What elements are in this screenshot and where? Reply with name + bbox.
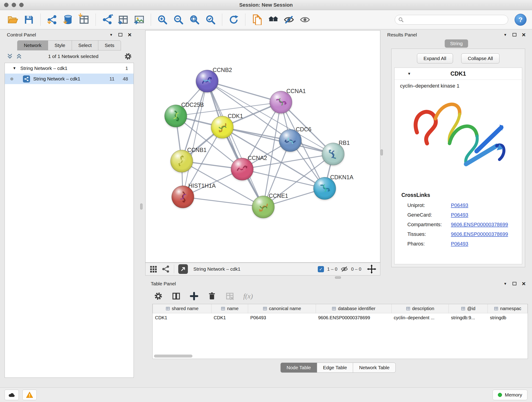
close-panel-icon[interactable]: × bbox=[128, 32, 132, 37]
close-panel-icon[interactable]: × bbox=[522, 281, 526, 286]
tab-sets[interactable]: Sets bbox=[98, 40, 121, 51]
network-view-title: String Network – cdk1 bbox=[193, 266, 240, 272]
collapse-all-button[interactable]: Collapse All bbox=[461, 53, 500, 64]
cloud-services-button[interactable] bbox=[5, 390, 19, 400]
zoom-in-button[interactable] bbox=[155, 12, 170, 27]
tab-select[interactable]: Select bbox=[72, 40, 98, 51]
table-column-header[interactable]: name bbox=[211, 304, 248, 313]
tab-network-table[interactable]: Network Table bbox=[353, 363, 396, 373]
zoom-out-button[interactable] bbox=[171, 12, 186, 27]
crosslink-link[interactable]: P06493 bbox=[451, 202, 468, 208]
table-column-header[interactable]: description bbox=[392, 304, 449, 313]
float-panel-icon[interactable] bbox=[119, 33, 122, 36]
float-panel-icon[interactable] bbox=[513, 282, 516, 285]
duplicate-network-button[interactable] bbox=[249, 12, 264, 27]
tab-node-table[interactable]: Node Table bbox=[280, 363, 317, 373]
network-node-label: CCNE1 bbox=[269, 192, 288, 199]
tab-edge-table[interactable]: Edge Table bbox=[317, 363, 353, 373]
collapse-all-networks-icon[interactable] bbox=[16, 53, 22, 60]
search-input[interactable] bbox=[406, 17, 505, 22]
hide-selected-button[interactable] bbox=[282, 12, 296, 27]
apply-layout-button[interactable] bbox=[226, 12, 241, 27]
results-panel: Results Panel ▼ × String Expand All Coll… bbox=[383, 30, 530, 269]
help-button[interactable]: ? bbox=[515, 14, 526, 26]
import-network-file-button[interactable] bbox=[45, 12, 59, 27]
grid-view-icon[interactable] bbox=[149, 265, 157, 273]
open-folder-icon bbox=[7, 14, 18, 25]
export-table-button[interactable] bbox=[116, 12, 131, 27]
network-options-gear-icon[interactable] bbox=[124, 52, 132, 60]
string-home-button[interactable] bbox=[266, 12, 280, 27]
network-collection-row[interactable]: ▼ String Network – cdk1 1 bbox=[5, 63, 133, 74]
warnings-button[interactable] bbox=[22, 390, 37, 400]
selected-checkbox-icon: ✓ bbox=[318, 266, 324, 272]
collapse-panel-icon[interactable]: ▼ bbox=[109, 33, 113, 36]
horizontal-scrollbar[interactable] bbox=[154, 355, 192, 357]
table-cell[interactable]: P06493 bbox=[248, 313, 316, 322]
birdseye-toggle-button[interactable] bbox=[178, 264, 188, 274]
results-panel-title: Results Panel bbox=[387, 32, 417, 38]
memory-button[interactable]: Memory bbox=[493, 390, 527, 400]
network-canvas[interactable]: CCNB2CCNA1CDC25BCDK1CDC6RB1CCNB1CCNA2CDK… bbox=[145, 30, 380, 263]
tab-style[interactable]: Style bbox=[48, 40, 72, 51]
zoom-out-icon bbox=[173, 14, 184, 25]
table-row[interactable]: CDK1 CDK1 P06493 9606.ENSP00000378699 cy… bbox=[153, 313, 528, 322]
table-cell[interactable]: stringdb bbox=[488, 313, 528, 322]
crosslink-link[interactable]: P06493 bbox=[451, 241, 468, 247]
table-toolbar: f(x) bbox=[147, 288, 530, 303]
show-columns-button[interactable] bbox=[172, 292, 181, 300]
edge-count: 48 bbox=[123, 76, 128, 82]
new-network-button[interactable] bbox=[100, 12, 114, 27]
crosslink-link[interactable]: P06493 bbox=[451, 212, 468, 218]
crosslink-link[interactable]: 9606.ENSP00000378699 bbox=[451, 231, 508, 237]
delete-column-button[interactable] bbox=[208, 292, 216, 300]
show-all-button[interactable] bbox=[298, 12, 312, 27]
tab-network[interactable]: Network bbox=[17, 40, 48, 51]
open-session-button[interactable] bbox=[6, 12, 20, 27]
table-column-header[interactable]: @id bbox=[449, 304, 488, 313]
network-row-selected[interactable]: String Network – cdk1 11 48 bbox=[5, 74, 133, 84]
minimize-window-button[interactable] bbox=[12, 3, 16, 7]
table-column-header[interactable]: canonical name bbox=[248, 304, 316, 313]
table-column-header[interactable]: database identifier bbox=[316, 304, 392, 313]
left-splitter-handle[interactable] bbox=[140, 204, 143, 210]
horizontal-splitter-handle[interactable] bbox=[335, 276, 341, 279]
table-cell[interactable]: cyclin–dependent ... bbox=[392, 313, 449, 322]
section-expand-icon[interactable]: ▼ bbox=[407, 72, 411, 76]
table-cell[interactable]: stringdb:9... bbox=[449, 313, 488, 322]
import-table-button[interactable] bbox=[77, 12, 91, 27]
eye-slash-icon bbox=[284, 14, 294, 25]
tree-expand-icon[interactable]: ▼ bbox=[13, 66, 16, 70]
zoom-window-button[interactable] bbox=[19, 3, 24, 7]
import-network-database-button[interactable] bbox=[61, 12, 75, 27]
function-builder-button[interactable]: f(x) bbox=[243, 292, 253, 300]
plus-icon bbox=[190, 292, 198, 300]
table-cell[interactable]: 9606.ENSP00000378699 bbox=[316, 313, 392, 322]
crosslinks-title: CrossLinks bbox=[394, 190, 522, 201]
table-cell[interactable]: CDK1 bbox=[211, 313, 248, 322]
zoom-fit-button[interactable] bbox=[187, 12, 202, 27]
save-session-button[interactable] bbox=[22, 12, 36, 27]
expand-all-networks-icon[interactable] bbox=[6, 53, 13, 60]
network-overview-icon[interactable] bbox=[162, 265, 170, 273]
crosslink-link[interactable]: 9606.ENSP00000378699 bbox=[451, 222, 508, 228]
table-column-header[interactable]: namespac bbox=[488, 304, 528, 313]
delete-table-button[interactable] bbox=[225, 292, 234, 300]
table-options-button[interactable] bbox=[154, 292, 163, 300]
network-tree: ▼ String Network – cdk1 1 String Network… bbox=[5, 63, 134, 378]
close-window-button[interactable] bbox=[4, 3, 8, 7]
create-column-button[interactable] bbox=[190, 292, 198, 300]
table-cell[interactable]: CDK1 bbox=[153, 313, 211, 322]
export-image-button[interactable] bbox=[132, 12, 147, 27]
right-splitter-handle[interactable] bbox=[380, 149, 383, 155]
zoom-selected-button[interactable] bbox=[203, 12, 218, 27]
float-panel-icon[interactable] bbox=[513, 33, 516, 36]
collapse-panel-icon[interactable]: ▼ bbox=[504, 282, 507, 285]
move-tool-icon[interactable] bbox=[367, 264, 376, 274]
collapse-panel-icon[interactable]: ▼ bbox=[504, 33, 507, 36]
close-panel-icon[interactable]: × bbox=[522, 32, 526, 37]
table-column-header[interactable]: shared name bbox=[153, 304, 211, 313]
expand-all-button[interactable]: Expand All bbox=[417, 53, 453, 64]
tab-string[interactable]: String bbox=[445, 39, 468, 48]
gene-section-header[interactable]: ▼ CDK1 bbox=[394, 68, 522, 80]
